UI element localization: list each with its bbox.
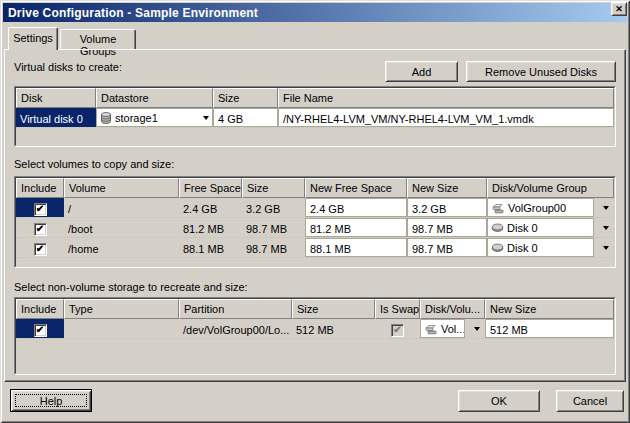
- new-size-field[interactable]: 3.2 GB: [407, 198, 487, 217]
- ok-button-label: OK: [491, 395, 507, 407]
- volumes-header-row: Include Volume Free Space Size New Free …: [16, 178, 614, 198]
- non-volume-label: Select non-volume storage to recreate an…: [14, 281, 248, 293]
- virtual-disks-table: Disk Datastore Size File Name Virtual di…: [14, 86, 616, 147]
- new-free-space-field[interactable]: 81.2 MB: [305, 218, 407, 237]
- help-button[interactable]: Help: [10, 389, 92, 412]
- virtual-disks-label: Virtual disks to create:: [14, 61, 122, 73]
- volume-row-boot[interactable]: ✔ /boot 81.2 MB 98.7 MB 81.2 MB 98.7 MB: [16, 218, 614, 238]
- dropdown-arrow-icon: [603, 206, 609, 210]
- col-vol-size[interactable]: Size: [242, 178, 305, 198]
- dropdown-arrow-icon: [603, 246, 609, 250]
- new-free-space-value: 2.4 GB: [310, 203, 344, 215]
- volume-name: /: [68, 203, 71, 215]
- volumes-label: Select volumes to copy and size:: [14, 158, 174, 170]
- volume-name: /home: [68, 243, 99, 255]
- ok-button[interactable]: OK: [458, 390, 540, 412]
- new-free-space-field[interactable]: 88.1 MB: [305, 238, 407, 257]
- disk-stack-icon: [491, 202, 505, 214]
- size-value: 98.7 MB: [246, 223, 287, 235]
- volumes-table: Include Volume Free Space Size New Free …: [14, 176, 616, 268]
- disk-stack-icon: [424, 323, 438, 335]
- tab-volume-groups[interactable]: Volume Groups: [60, 29, 136, 49]
- disk-icon: [491, 222, 504, 233]
- file-name-field[interactable]: /NY-RHEL4-LVM_VM/NY-RHEL4-LVM_VM_1.vmdk: [278, 108, 614, 127]
- check-icon: ✔: [36, 224, 44, 234]
- tab-settings[interactable]: Settings: [8, 27, 58, 50]
- include-cell: ✔: [16, 198, 64, 217]
- col-include[interactable]: Include: [16, 299, 64, 319]
- virtual-disk-size-field[interactable]: 4 GB: [213, 108, 278, 127]
- free-space-value: 88.1 MB: [183, 243, 224, 255]
- size-value: 98.7 MB: [246, 243, 287, 255]
- check-icon: ✔: [393, 325, 401, 335]
- col-file-name[interactable]: File Name: [278, 88, 614, 108]
- datastore-value: storage1: [115, 112, 158, 124]
- include-checkbox[interactable]: ✔: [34, 223, 47, 236]
- non-volume-table: Include Type Partition Size Is Swap Disk…: [14, 297, 616, 375]
- dropdown-arrow-icon: [474, 327, 480, 331]
- include-checkbox[interactable]: ✔: [34, 324, 47, 337]
- datastore-dropdown[interactable]: storage1: [96, 108, 213, 127]
- is-swap-checkbox-disabled: ✔: [391, 324, 404, 337]
- file-name-value: /NY-RHEL4-LVM_VM/NY-RHEL4-LVM_VM_1.vmdk: [283, 113, 534, 125]
- virtual-disks-header-row: Disk Datastore Size File Name: [16, 88, 614, 108]
- cancel-button-label: Cancel: [573, 395, 607, 407]
- include-cell: ✔: [16, 319, 64, 338]
- free-space-value: 2.4 GB: [183, 203, 217, 215]
- size-value: 3.2 GB: [246, 203, 280, 215]
- col-size[interactable]: Size: [213, 88, 278, 108]
- include-cell: ✔: [16, 238, 64, 257]
- nv-disk-volume-dropdown[interactable]: Vol...: [420, 319, 485, 338]
- col-disk[interactable]: Disk: [16, 88, 96, 108]
- nv-new-size-value: 512 MB: [490, 324, 528, 336]
- close-button[interactable]: ✕: [611, 2, 627, 16]
- new-free-space-field[interactable]: 2.4 GB: [305, 198, 407, 217]
- partition-value: /dev/VolGroup00/Lo...: [183, 324, 289, 336]
- nv-new-size-field[interactable]: 512 MB: [485, 319, 614, 338]
- new-free-space-value: 88.1 MB: [310, 243, 351, 255]
- check-icon: ✔: [36, 325, 44, 335]
- col-nv-new-size[interactable]: New Size: [485, 299, 614, 319]
- datastore-dropdown-arrow-icon: [203, 116, 209, 120]
- col-datastore[interactable]: Datastore: [96, 88, 213, 108]
- col-new-size[interactable]: New Size: [407, 178, 487, 198]
- col-partition[interactable]: Partition: [179, 299, 292, 319]
- include-checkbox[interactable]: ✔: [34, 203, 47, 216]
- col-include[interactable]: Include: [16, 178, 64, 198]
- disk-volume-group-dropdown[interactable]: Disk 0: [487, 238, 614, 257]
- non-volume-header-row: Include Type Partition Size Is Swap Disk…: [16, 299, 614, 319]
- col-is-swap[interactable]: Is Swap: [375, 299, 420, 319]
- col-type[interactable]: Type: [64, 299, 179, 319]
- titlebar: Drive Configuration - Sample Environment: [3, 3, 627, 22]
- disk-volume-group-dropdown[interactable]: VolGroup00: [487, 198, 614, 217]
- non-volume-row[interactable]: ✔ /dev/VolGroup00/Lo... 512 MB ✔: [16, 319, 614, 339]
- col-disk-volume-group[interactable]: Disk/Volume Group: [487, 178, 614, 198]
- volume-name: /boot: [68, 223, 92, 235]
- disk-volume-group-dropdown[interactable]: Disk 0: [487, 218, 614, 237]
- virtual-disk-row[interactable]: Virtual disk 0 storage1: [16, 108, 614, 128]
- include-checkbox[interactable]: ✔: [34, 243, 47, 256]
- col-new-free-space[interactable]: New Free Space: [305, 178, 407, 198]
- include-cell: ✔: [16, 218, 64, 237]
- virtual-disk-size-value: 4 GB: [218, 113, 243, 125]
- volume-row-root[interactable]: ✔ / 2.4 GB 3.2 GB 2.4 GB 3.2 GB: [16, 198, 614, 218]
- virtual-disk-name-cell[interactable]: Virtual disk 0: [16, 108, 96, 127]
- remove-unused-disks-button[interactable]: Remove Unused Disks: [466, 61, 616, 82]
- is-swap-cell: ✔: [375, 319, 420, 338]
- cancel-button[interactable]: Cancel: [556, 390, 624, 412]
- new-size-field[interactable]: 98.7 MB: [407, 218, 487, 237]
- col-volume[interactable]: Volume: [64, 178, 179, 198]
- new-size-value: 3.2 GB: [412, 203, 446, 215]
- new-size-value: 98.7 MB: [412, 243, 453, 255]
- col-nv-size[interactable]: Size: [292, 299, 375, 319]
- add-button[interactable]: Add: [385, 61, 458, 82]
- col-free-space[interactable]: Free Space: [179, 178, 242, 198]
- new-size-field[interactable]: 98.7 MB: [407, 238, 487, 257]
- disk-volume-group-value: Disk 0: [507, 242, 538, 254]
- free-space-value: 81.2 MB: [183, 223, 224, 235]
- check-icon: ✔: [36, 204, 44, 214]
- volume-row-home[interactable]: ✔ /home 88.1 MB 98.7 MB 88.1 MB 98.7 MB: [16, 238, 614, 258]
- nv-size-value: 512 MB: [296, 324, 334, 336]
- col-nv-group[interactable]: Disk/Volu...: [420, 299, 485, 319]
- datastore-database-icon: [100, 112, 112, 124]
